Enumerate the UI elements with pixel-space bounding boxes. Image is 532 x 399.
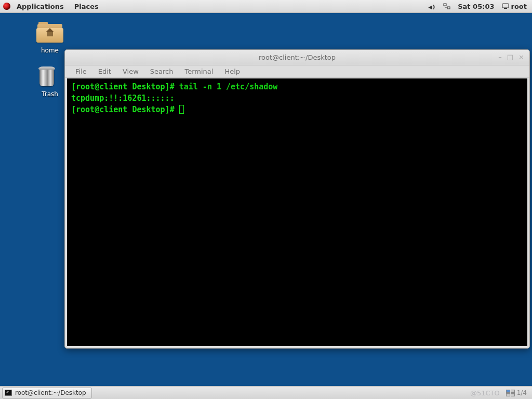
workspace-label: 1/4 [517,389,527,396]
window-titlebar[interactable]: root@client:~/Desktop – □ × [65,50,529,65]
terminal-icon [5,390,12,396]
clock[interactable]: Sat 05:03 [458,3,494,10]
terminal-body[interactable]: [root@client Desktop]# tail -n 1 /etc/sh… [67,78,527,346]
workspace-switcher[interactable]: 1/4 [506,389,527,396]
prompt-2: [root@client Desktop]# [71,105,179,114]
close-button[interactable]: × [518,53,524,61]
places-menu[interactable]: Places [70,1,103,12]
network-icon[interactable] [443,3,450,9]
prompt-1: [root@client Desktop]# [71,82,179,91]
terminal-menubar: File Edit View Search Terminal Help [65,65,529,78]
minimize-button[interactable]: – [498,53,502,61]
home-folder-icon[interactable]: home [29,22,71,54]
maximize-button[interactable]: □ [507,53,513,61]
volume-icon[interactable] [428,3,436,10]
svg-rect-3 [504,8,507,9]
menu-terminal[interactable]: Terminal [179,66,218,76]
menu-view[interactable]: View [117,66,144,76]
menu-help[interactable]: Help [219,66,245,76]
menu-file[interactable]: File [70,66,92,76]
folder-icon [36,22,63,45]
watermark-a: @51CTO [470,389,500,397]
cursor-icon [179,105,184,114]
taskbar-item-label: root@client:~/Desktop [15,389,86,396]
output-1: tcpdump:!!:16261:::::: [71,94,175,103]
applications-menu[interactable]: Applications [12,1,68,12]
bottom-panel: root@client:~/Desktop @51CTO 1/4 [0,386,532,399]
user-name: root [511,3,527,10]
desktop: Applications Places Sat 05:03 root home … [0,0,532,399]
trash-can-icon [36,65,63,88]
top-panel: Applications Places Sat 05:03 root [0,0,532,13]
menu-search[interactable]: Search [145,66,179,76]
window-title: root@client:~/Desktop [259,54,336,61]
redhat-icon [3,3,10,10]
command-1: tail -n 1 /etc/shadow [179,82,278,91]
svg-rect-2 [502,4,509,8]
user-menu[interactable]: root [502,3,527,10]
menu-edit[interactable]: Edit [93,66,116,76]
taskbar-item-terminal[interactable]: root@client:~/Desktop [2,388,92,398]
svg-rect-0 [444,4,446,6]
terminal-window[interactable]: root@client:~/Desktop – □ × File Edit Vi… [64,49,530,349]
